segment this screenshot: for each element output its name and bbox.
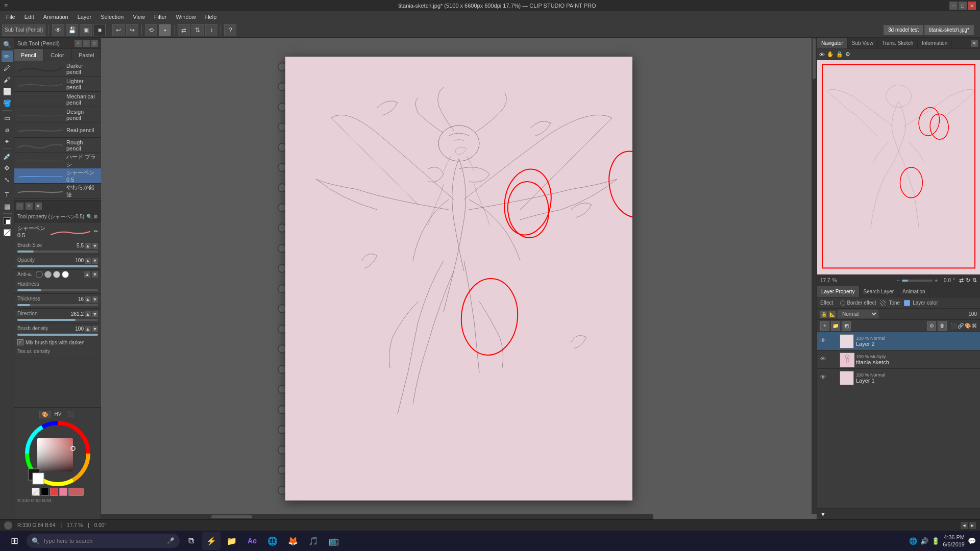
layer-delete[interactable]: 🗑 xyxy=(938,321,947,331)
effect-tone[interactable]: Tone xyxy=(880,300,900,306)
tab-trans-sketch[interactable]: Trans. Sketch xyxy=(878,38,918,48)
toolbar-btn-save[interactable]: 💾 xyxy=(66,24,78,36)
brush-density-slider[interactable] xyxy=(17,334,98,336)
nav-mirror-icon[interactable]: ⇅ xyxy=(972,277,977,284)
layer-lock-2[interactable] xyxy=(830,374,838,382)
layer-eye-2[interactable]: 👁 xyxy=(820,374,828,382)
toolbar-btn-flip-h[interactable]: ⇄ xyxy=(178,24,190,36)
layer-ctrl-icon3[interactable]: 🎨 xyxy=(965,323,971,329)
lp-tab-search[interactable]: Search Layer xyxy=(860,286,898,297)
taskbar-app-firefox[interactable]: 🦊 xyxy=(284,532,302,550)
taskbar-network-icon[interactable]: 🌐 xyxy=(909,537,917,545)
brush-size-up[interactable]: ▲ xyxy=(85,243,91,249)
opacity-up[interactable]: ▲ xyxy=(85,258,91,264)
mix-checkbox[interactable]: ✓ xyxy=(17,339,23,345)
subtool-menu-btn[interactable]: ≡ xyxy=(91,40,98,47)
tool-eraser[interactable]: ⬜ xyxy=(2,86,13,97)
nav-zoom-in[interactable]: + xyxy=(935,278,938,284)
tool-transform[interactable]: ⤡ xyxy=(2,174,13,185)
swatch-black[interactable] xyxy=(41,488,49,496)
canvas-area[interactable] xyxy=(101,38,817,519)
tool-eyedropper[interactable]: 💉 xyxy=(2,151,13,162)
pencil-item-korean[interactable]: 噂愁합한필 xyxy=(14,199,101,200)
tool-gradient[interactable]: ▦ xyxy=(2,201,13,212)
tool-move[interactable]: ✥ xyxy=(2,162,13,173)
direction-down[interactable]: ▼ xyxy=(92,311,98,317)
menu-selection[interactable]: Selection xyxy=(96,13,128,21)
subtool-del-btn[interactable]: − xyxy=(83,40,90,47)
pencil-item-darker[interactable]: Darker pencil xyxy=(14,61,101,77)
swatch-transparent[interactable] xyxy=(32,488,40,496)
vertical-scrollbar[interactable] xyxy=(812,38,817,514)
direction-slider[interactable] xyxy=(17,319,98,321)
direction-up[interactable]: ▲ xyxy=(85,311,91,317)
toolbar-btn-redo[interactable]: ↪ xyxy=(126,24,138,36)
taskbar-app-browser[interactable]: 🌐 xyxy=(263,532,282,550)
pencil-item-sharp05[interactable]: シャーペン0.5 xyxy=(14,168,101,184)
nav-zoom-out[interactable]: − xyxy=(896,278,899,284)
layer-settings[interactable]: ⚙ xyxy=(927,321,936,331)
minimize-button[interactable]: ─ xyxy=(949,2,958,10)
tool-select[interactable]: ▭ xyxy=(2,112,13,123)
tool-text[interactable]: T xyxy=(2,189,13,200)
toolbar-btn-view[interactable]: ▣ xyxy=(80,24,92,36)
toolbar-btn-eye[interactable]: 👁 xyxy=(52,24,64,36)
color-mode-tab3[interactable]: ⬛ xyxy=(65,411,76,418)
panel-close-btn[interactable]: ✕ xyxy=(971,40,978,47)
subtool-add-btn[interactable]: + xyxy=(75,40,82,47)
brush-size-slider[interactable] xyxy=(17,251,98,253)
tool-color-transparent[interactable] xyxy=(2,227,13,238)
tp-search-icon[interactable]: 🔍 xyxy=(86,214,92,219)
menu-window[interactable]: Window xyxy=(172,13,200,21)
pencil-item-soft[interactable]: やわらか鉛筆 xyxy=(14,184,101,199)
pencil-item-hard-brush[interactable]: ハード ブラシ xyxy=(14,153,101,168)
swatch-red[interactable] xyxy=(50,488,58,496)
layer-mask[interactable]: ◩ xyxy=(842,321,851,331)
taskbar-battery-icon[interactable]: 🔋 xyxy=(932,537,940,545)
blend-mode-select[interactable]: Normal Multiply Screen xyxy=(838,310,878,318)
pencil-item-rough[interactable]: Rough pencil xyxy=(14,138,101,153)
nav-rot-icons[interactable]: ↻ xyxy=(966,277,970,284)
toolbar-btn-black[interactable]: ■ xyxy=(93,24,106,36)
layer-ctrl-icon2[interactable]: 🔗 xyxy=(958,323,964,329)
drawing-canvas[interactable] xyxy=(285,57,632,500)
tab-subview[interactable]: Sub View xyxy=(848,38,878,48)
search-microphone-icon[interactable]: 🎤 xyxy=(167,537,175,544)
layer-eye-0[interactable]: 👁 xyxy=(820,337,828,345)
aa-level-0[interactable] xyxy=(36,271,43,278)
tab-file[interactable]: titania-sketch.jpg* xyxy=(924,25,974,35)
aa-level-2[interactable] xyxy=(53,271,60,278)
layer-lock-0[interactable] xyxy=(830,338,838,345)
tool-fill[interactable]: 🪣 xyxy=(2,97,13,109)
app-menu[interactable]: ≡ xyxy=(4,2,8,9)
layer-icon-1[interactable]: 🔒 xyxy=(820,311,827,318)
taskbar-app-csp[interactable]: 📺 xyxy=(325,532,343,550)
swatch-fg-color[interactable] xyxy=(68,488,84,496)
layer-item-0[interactable]: 👁 100 % Normal Layer 2 xyxy=(817,332,980,350)
tab-3dmodel[interactable]: 3d model test xyxy=(884,25,923,35)
horizontal-scrollbar[interactable] xyxy=(101,514,653,519)
opacity-down[interactable]: ▼ xyxy=(92,258,98,264)
mix-checkbox-row[interactable]: ✓ Mix brush tips with darken xyxy=(14,338,101,346)
brush-size-down[interactable]: ▼ xyxy=(92,243,98,249)
tab-navigator[interactable]: Navigator xyxy=(817,38,848,48)
tool-pen[interactable]: 🖊 xyxy=(2,62,13,73)
tool-lasso[interactable]: ⌀ xyxy=(2,124,13,135)
nav-settings-icon[interactable]: ⚙ xyxy=(845,51,850,58)
subtool-bottom-icon1[interactable]: ⋯ xyxy=(16,203,23,210)
effect-layer-color[interactable]: Layer color xyxy=(904,300,938,306)
menu-edit[interactable]: Edit xyxy=(20,13,38,21)
nav-lock-icon[interactable]: 🔒 xyxy=(836,51,843,58)
menu-file[interactable]: File xyxy=(2,13,19,21)
tool-magic-wand[interactable]: ✦ xyxy=(2,136,13,147)
lp-tab-animation[interactable]: Animation xyxy=(898,286,929,297)
effect-border[interactable]: Border effect xyxy=(840,300,876,306)
pencil-item-lighter[interactable]: Lighter pencil xyxy=(14,77,101,92)
opacity-slider[interactable] xyxy=(17,265,98,267)
layer-item-1[interactable]: 👁 100 % Multiply titania-sketch xyxy=(817,350,980,369)
aa-down[interactable]: ▼ xyxy=(92,271,98,278)
aa-up[interactable]: ▲ xyxy=(84,271,90,278)
aa-level-1[interactable] xyxy=(44,271,52,278)
close-button[interactable]: ✕ xyxy=(968,2,976,10)
tab-information[interactable]: Information xyxy=(918,38,952,48)
